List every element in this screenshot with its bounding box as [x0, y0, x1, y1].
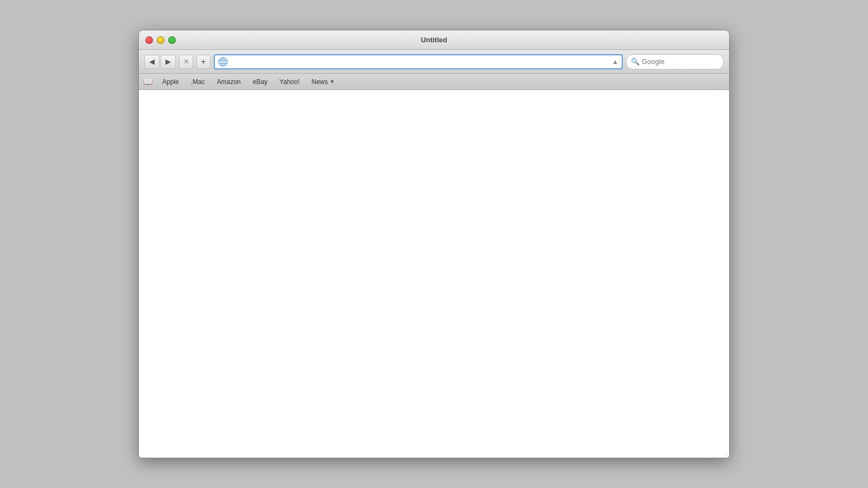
search-bar[interactable]: 🔍 [626, 54, 724, 69]
search-icon: 🔍 [631, 57, 640, 66]
content-area: ⟋ [139, 90, 729, 458]
new-tab-button[interactable]: + [196, 55, 210, 69]
address-input[interactable] [230, 57, 610, 66]
close-button[interactable] [145, 36, 153, 44]
search-input[interactable] [642, 57, 719, 66]
window-controls [145, 36, 176, 44]
back-button[interactable]: ◀ [144, 55, 159, 69]
bookmark-ebay[interactable]: eBay [247, 77, 273, 87]
maximize-button[interactable] [168, 36, 176, 44]
resize-handle[interactable]: ⟋ [722, 450, 729, 458]
bookmark-mac[interactable]: .Mac [186, 77, 210, 87]
news-dropdown-arrow: ▼ [329, 79, 335, 85]
bookmark-amazon[interactable]: Amazon [212, 77, 246, 87]
browser-window: Untitled ◀ ▶ ✕ + ▲ 🔍 � [138, 30, 730, 458]
bookmarks-icon[interactable]: 📖 [143, 78, 152, 86]
address-bar[interactable]: ▲ [214, 54, 623, 69]
bookmarks-bar: 📖 Apple .Mac Amazon eBay Yahoo! News ▼ [139, 74, 729, 90]
title-bar: Untitled [139, 30, 729, 50]
forward-button[interactable]: ▶ [161, 55, 176, 69]
window-title: Untitled [421, 36, 447, 44]
nav-buttons: ◀ ▶ [144, 55, 176, 69]
stop-button[interactable]: ✕ [179, 55, 193, 69]
minimize-button[interactable] [157, 36, 164, 44]
address-dropdown-arrow[interactable]: ▲ [612, 58, 618, 66]
bookmark-news[interactable]: News ▼ [306, 77, 340, 87]
bookmark-yahoo[interactable]: Yahoo! [274, 77, 305, 87]
globe-icon [218, 57, 228, 67]
bookmark-apple[interactable]: Apple [157, 77, 184, 87]
toolbar: ◀ ▶ ✕ + ▲ 🔍 [139, 50, 729, 74]
